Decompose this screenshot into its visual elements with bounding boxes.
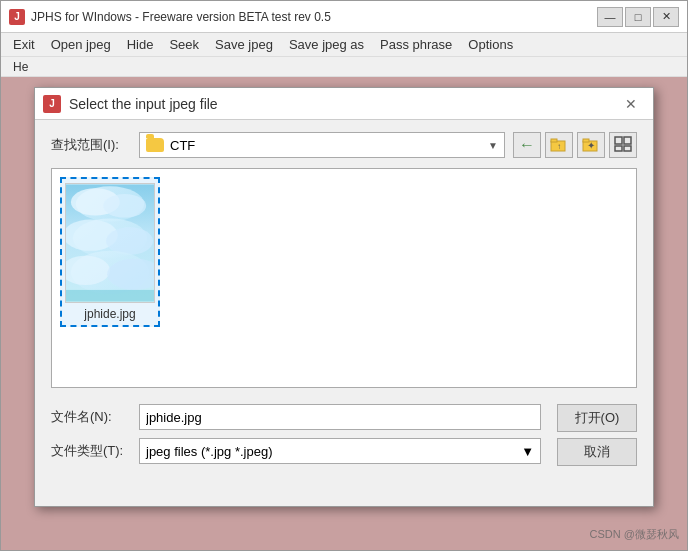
- back-button[interactable]: ←: [513, 132, 541, 158]
- svg-point-14: [103, 194, 146, 217]
- up-folder-icon: ↑: [550, 136, 568, 155]
- dropdown-arrow-icon: ▼: [488, 140, 498, 151]
- menu-save-jpeg[interactable]: Save jpeg: [207, 33, 281, 56]
- file-name: jphide.jpg: [84, 307, 135, 321]
- location-dropdown[interactable]: CTF ▼: [139, 132, 505, 158]
- dialog-close-button[interactable]: ✕: [617, 93, 645, 115]
- open-button[interactable]: 打开(O): [557, 404, 637, 432]
- file-open-dialog: J Select the input jpeg file ✕ 查找范围(I): …: [34, 87, 654, 507]
- menu-options[interactable]: Options: [460, 33, 521, 56]
- form-fields: 文件名(N): 文件类型(T): jpeg files (*.jpg *.jpe…: [51, 404, 541, 464]
- svg-text:✦: ✦: [587, 140, 595, 151]
- file-thumbnail: [65, 183, 155, 303]
- title-bar: J JPHS for WIndows - Freeware version BE…: [1, 1, 687, 33]
- dialog-title-left: J Select the input jpeg file: [43, 95, 218, 113]
- filename-input[interactable]: [139, 404, 541, 430]
- cancel-button[interactable]: 取消: [557, 438, 637, 466]
- help-label[interactable]: He: [5, 60, 36, 74]
- menu-pass-phrase[interactable]: Pass phrase: [372, 33, 460, 56]
- main-content: J Select the input jpeg file ✕ 查找范围(I): …: [1, 77, 687, 550]
- filetype-value: jpeg files (*.jpg *.jpeg): [146, 444, 272, 459]
- location-label: 查找范围(I):: [51, 136, 131, 154]
- filename-label: 文件名(N):: [51, 408, 131, 426]
- maximize-button[interactable]: □: [625, 7, 651, 27]
- svg-text:▼: ▼: [630, 141, 632, 152]
- menu-seek[interactable]: Seek: [161, 33, 207, 56]
- dialog-body: 查找范围(I): CTF ▼ ←: [35, 120, 653, 478]
- back-icon: ←: [519, 136, 535, 154]
- svg-rect-6: [615, 137, 622, 144]
- toolbar-buttons: ← ↑: [513, 132, 637, 158]
- menu-save-jpeg-as[interactable]: Save jpeg as: [281, 33, 372, 56]
- dialog-overlay: J Select the input jpeg file ✕ 查找范围(I): …: [1, 77, 687, 550]
- dialog-title-bar: J Select the input jpeg file ✕: [35, 88, 653, 120]
- filename-row: 文件名(N):: [51, 404, 541, 430]
- file-item[interactable]: jphide.jpg: [60, 177, 160, 327]
- title-bar-left: J JPHS for WIndows - Freeware version BE…: [9, 9, 331, 25]
- menu-exit[interactable]: Exit: [5, 33, 43, 56]
- view-button[interactable]: ▼: [609, 132, 637, 158]
- location-toolbar: 查找范围(I): CTF ▼ ←: [51, 132, 637, 158]
- svg-rect-21: [66, 290, 154, 302]
- new-folder-button[interactable]: ✦: [577, 132, 605, 158]
- watermark: CSDN @微瑟秋风: [590, 527, 679, 542]
- menu-open-jpeg[interactable]: Open jpeg: [43, 33, 119, 56]
- app-icon: J: [9, 9, 25, 25]
- folder-icon: [146, 138, 164, 152]
- dialog-title: Select the input jpeg file: [69, 96, 218, 112]
- file-list-area: jphide.jpg: [51, 168, 637, 388]
- filetype-select[interactable]: jpeg files (*.jpg *.jpeg) ▼: [139, 438, 541, 464]
- view-icon: ▼: [614, 136, 632, 155]
- svg-rect-8: [615, 146, 622, 151]
- menu-hide[interactable]: Hide: [119, 33, 162, 56]
- app-window: J JPHS for WIndows - Freeware version BE…: [0, 0, 688, 551]
- svg-point-17: [106, 227, 153, 254]
- dialog-bottom: 文件名(N): 文件类型(T): jpeg files (*.jpg *.jpe…: [51, 404, 637, 466]
- svg-text:↑: ↑: [557, 142, 561, 151]
- help-bar: He: [1, 57, 687, 77]
- menu-bar: Exit Open jpeg Hide Seek Save jpeg Save …: [1, 33, 687, 57]
- new-folder-icon: ✦: [582, 136, 600, 155]
- minimize-button[interactable]: —: [597, 7, 623, 27]
- filetype-label: 文件类型(T):: [51, 442, 131, 460]
- up-folder-button[interactable]: ↑: [545, 132, 573, 158]
- app-close-button[interactable]: ✕: [653, 7, 679, 27]
- action-buttons: 打开(O) 取消: [557, 404, 637, 466]
- title-controls: — □ ✕: [597, 7, 679, 27]
- location-value: CTF: [170, 138, 195, 153]
- dialog-icon: J: [43, 95, 61, 113]
- filetype-dropdown-arrow-icon: ▼: [521, 444, 534, 459]
- filetype-row: 文件类型(T): jpeg files (*.jpg *.jpeg) ▼: [51, 438, 541, 464]
- app-title: JPHS for WIndows - Freeware version BETA…: [31, 10, 331, 24]
